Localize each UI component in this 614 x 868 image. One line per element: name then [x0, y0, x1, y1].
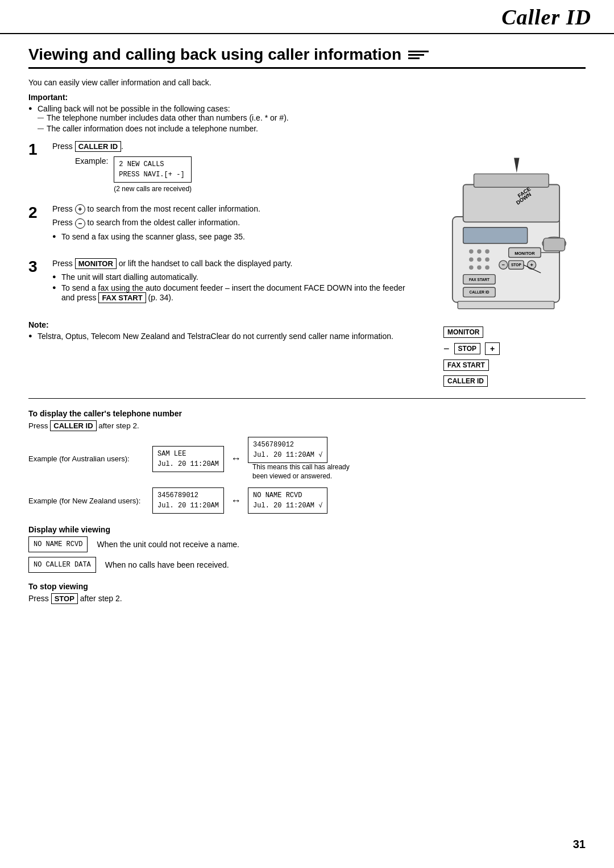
svg-point-10 — [477, 249, 482, 254]
caller-id-btn-sub: CALLER ID — [50, 420, 96, 431]
important-list: Calling back will not be possible in the… — [28, 104, 586, 133]
step-3-bullet-2: To send a fax using the auto document fe… — [52, 283, 415, 303]
step-3-number: 3 — [28, 258, 44, 311]
aus-already-note: This means this call has already been vi… — [252, 463, 355, 481]
svg-text:MONITOR: MONITOR — [515, 251, 535, 256]
svg-point-17 — [485, 266, 489, 270]
nz-arrow: ↔ — [231, 495, 241, 507]
fax-start-btn-step3: FAX START — [98, 292, 146, 303]
display-desc-1: When the unit could not receive a name. — [97, 540, 239, 549]
step-2-bullets: To send a fax using the scanner glass, s… — [52, 232, 415, 241]
diag-minus-symbol: − — [443, 343, 450, 355]
example-aus-row: Example (for Australian users): SAM LEEJ… — [28, 437, 586, 481]
step-3-line-1: Press MONITOR or lift the handset to cal… — [52, 258, 415, 269]
title-line-1 — [408, 51, 429, 52]
step-1-lcd-caption: (2 new calls are received) — [114, 185, 192, 193]
fax-machine-diagram: FACE DOWN MONITOR — [432, 152, 580, 334]
content-area: 1 Press CALLER ID. Example: 2 NEW CALLSP… — [28, 141, 586, 388]
aus-arrow: ↔ — [231, 453, 241, 465]
step-2-line-1: Press + to search from the most recent c… — [52, 204, 415, 214]
step-2-number: 2 — [28, 204, 44, 249]
diagram-labels-block: MONITOR − STOP + FAX START CALLER ID — [438, 325, 574, 388]
page-title: Viewing and calling back using caller in… — [28, 46, 586, 69]
main-content: Viewing and calling back using caller in… — [0, 34, 614, 621]
important-label: Important: — [28, 93, 586, 102]
important-sub-2: The caller information does not include … — [38, 124, 586, 133]
svg-text:CALLER ID: CALLER ID — [469, 290, 489, 294]
diag-stop-plus-row: − STOP + — [443, 341, 574, 356]
step-2-content: Press + to search from the most recent c… — [52, 204, 415, 249]
aus-lcd1: SAM LEEJul. 20 11:20AM — [152, 446, 224, 472]
step-1-text: Press CALLER ID. — [52, 141, 415, 152]
example-nz-row: Example (for New Zealand users): 3456789… — [28, 487, 586, 514]
svg-text:FAX START: FAX START — [469, 278, 489, 282]
svg-rect-30 — [458, 301, 554, 309]
display-section: Display while viewing NO NAME RCVD When … — [28, 525, 586, 573]
svg-point-15 — [469, 266, 474, 270]
caller-id-btn-step1: CALLER ID — [75, 141, 121, 152]
diagram-button-labels — [478, 317, 546, 320]
svg-text:STOP: STOP — [511, 263, 521, 267]
diag-faxstart-row: FAX START — [443, 358, 574, 372]
step-1: 1 Press CALLER ID. Example: 2 NEW CALLSP… — [28, 141, 415, 195]
svg-point-13 — [477, 257, 482, 262]
step-1-content: Press CALLER ID. Example: 2 NEW CALLSPRE… — [52, 141, 415, 195]
diag-faxstart-btn: FAX START — [443, 359, 489, 371]
svg-rect-2 — [474, 174, 549, 188]
step-3-content: Press MONITOR or lift the handset to cal… — [52, 258, 415, 311]
example-label: Example: — [75, 156, 108, 166]
header-title: Caller ID — [501, 5, 591, 30]
stop-btn-text: STOP — [51, 593, 78, 604]
title-line-2 — [408, 54, 424, 56]
note-item-1: Telstra, Optus, Telecom New Zealand and … — [28, 332, 415, 341]
step-2: 2 Press + to search from the most recent… — [28, 204, 415, 249]
display-lcd-1: NO NAME RCVD — [28, 536, 88, 552]
svg-point-9 — [469, 249, 474, 254]
display-lcd-2: NO CALLER DATA — [28, 557, 96, 573]
step-1-example: Example: 2 NEW CALLSPRESS NAVI.[+ -] (2 … — [75, 156, 415, 193]
svg-point-12 — [469, 257, 474, 262]
svg-point-14 — [485, 257, 489, 262]
svg-rect-8 — [463, 228, 528, 243]
diag-callerid-btn: CALLER ID — [443, 375, 488, 387]
page-number: 31 — [573, 838, 586, 851]
caller-section-sub: Press CALLER ID after step 2. — [28, 420, 586, 431]
example-nz-label: Example (for New Zealand users): — [28, 497, 148, 505]
diag-monitor-btn: MONITOR — [443, 326, 483, 338]
step-3-bullets: The unit will start dialling automatical… — [52, 272, 415, 303]
caller-section-title: To display the caller's telephone number — [28, 409, 586, 418]
important-sub-list: The telephone number includes data other… — [38, 113, 586, 133]
step-1-lcd: 2 NEW CALLSPRESS NAVI.[+ -] — [114, 156, 192, 183]
steps-column: 1 Press CALLER ID. Example: 2 NEW CALLSP… — [28, 141, 415, 388]
monitor-btn-step3: MONITOR — [75, 258, 117, 269]
stop-section-text: Press STOP after step 2. — [28, 593, 586, 604]
diag-callerid-row: CALLER ID — [443, 374, 574, 388]
svg-marker-3 — [514, 158, 519, 172]
intro-text: You can easily view caller information a… — [28, 78, 586, 87]
svg-text:+: + — [530, 262, 533, 268]
step-3: 3 Press MONITOR or lift the handset to c… — [28, 258, 415, 311]
svg-point-16 — [477, 266, 482, 270]
svg-text:−: − — [502, 262, 505, 268]
title-decoration — [408, 51, 429, 59]
important-sub-1: The telephone number includes data other… — [38, 113, 586, 122]
nz-lcd1: 3456789012Jul. 20 11:20AM — [152, 487, 224, 514]
step-2-line-2: Press − to search from the oldest caller… — [52, 218, 415, 228]
svg-rect-7 — [544, 238, 565, 251]
caller-section: To display the caller's telephone number… — [28, 409, 586, 514]
svg-point-11 — [485, 249, 489, 254]
diag-stop-btn: STOP — [454, 343, 480, 354]
display-row-2: NO CALLER DATA When no calls have been r… — [28, 557, 586, 573]
section-divider — [28, 398, 586, 399]
display-desc-2: When no calls have been received. — [105, 560, 229, 569]
example-aus-label: Example (for Australian users): — [28, 454, 148, 463]
header: Caller ID — [0, 0, 614, 34]
svg-rect-1 — [463, 184, 559, 222]
minus-btn-step2: − — [75, 218, 85, 229]
note-section: Note: Telstra, Optus, Telecom New Zealan… — [28, 320, 415, 341]
stop-section-title: To stop viewing — [28, 582, 586, 591]
step-1-number: 1 — [28, 141, 44, 195]
page-title-text: Viewing and calling back using caller in… — [28, 46, 401, 64]
display-section-title: Display while viewing — [28, 525, 586, 534]
diag-plus-btn: + — [485, 342, 500, 355]
